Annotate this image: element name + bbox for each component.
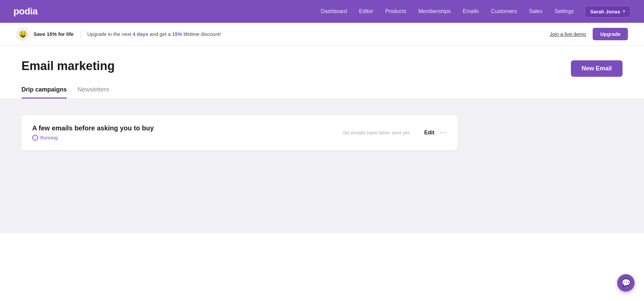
tab-drip-campaigns[interactable]: Drip campaigns — [21, 86, 67, 99]
page-header: Email marketing New Email — [0, 46, 644, 77]
main-content: Email marketing New Email Drip campaigns… — [0, 46, 644, 301]
nav-settings[interactable]: Settings — [554, 8, 574, 14]
running-status-icon: ✓ — [32, 135, 38, 141]
campaign-actions: Edit ··· — [424, 129, 447, 136]
nav-memberships[interactable]: Memberships — [419, 8, 451, 14]
tab-content: A few emails before asking you to buy ✓ … — [0, 99, 644, 233]
more-options-button[interactable]: ··· — [440, 129, 447, 136]
tab-newsletters[interactable]: Newsletters — [77, 86, 109, 99]
chat-widget[interactable]: 💬 — [617, 274, 635, 292]
nav-editor[interactable]: Editor — [359, 8, 373, 14]
top-nav: podia Dashboard Editor Products Membersh… — [0, 0, 644, 23]
nav-sales[interactable]: Sales — [529, 8, 542, 14]
chevron-down-icon: ▾ — [623, 9, 625, 14]
campaign-card: A few emails before asking you to buy ✓ … — [21, 115, 458, 150]
logo: podia — [13, 6, 38, 17]
nav-emails[interactable]: Emails — [463, 8, 479, 14]
campaign-info: A few emails before asking you to buy ✓ … — [32, 124, 343, 141]
nav-customers[interactable]: Customers — [491, 8, 517, 14]
nav-links: Dashboard Editor Products Memberships Em… — [321, 8, 574, 14]
upgrade-button[interactable]: Upgrade — [593, 28, 628, 40]
promo-title: Save 15% for life — [34, 31, 73, 37]
user-menu-button[interactable]: Sarah Jonas ▾ — [585, 6, 631, 17]
page-title: Email marketing — [21, 59, 115, 73]
join-demo-link[interactable]: Join a live demo — [550, 31, 586, 37]
promo-actions: Join a live demo Upgrade — [550, 28, 628, 40]
new-email-button[interactable]: New Email — [571, 60, 623, 77]
tabs-container: Drip campaigns Newsletters — [0, 77, 644, 99]
status-label: Running — [40, 135, 58, 140]
promo-icon: 🤑 — [16, 27, 30, 41]
promo-description: Upgrade in the next 4 days and get a 15%… — [87, 31, 550, 37]
promo-banner: 🤑 Save 15% for life Upgrade in the next … — [0, 23, 644, 46]
promo-divider — [80, 29, 80, 39]
nav-products[interactable]: Products — [385, 8, 406, 14]
campaign-status: ✓ Running — [32, 135, 343, 141]
campaign-name: A few emails before asking you to buy — [32, 124, 343, 132]
nav-dashboard[interactable]: Dashboard — [321, 8, 347, 14]
edit-campaign-button[interactable]: Edit — [424, 130, 434, 136]
user-name: Sarah Jonas — [590, 9, 620, 14]
campaign-meta: No emails have been sent yet. — [343, 130, 411, 135]
chat-icon: 💬 — [622, 279, 631, 287]
